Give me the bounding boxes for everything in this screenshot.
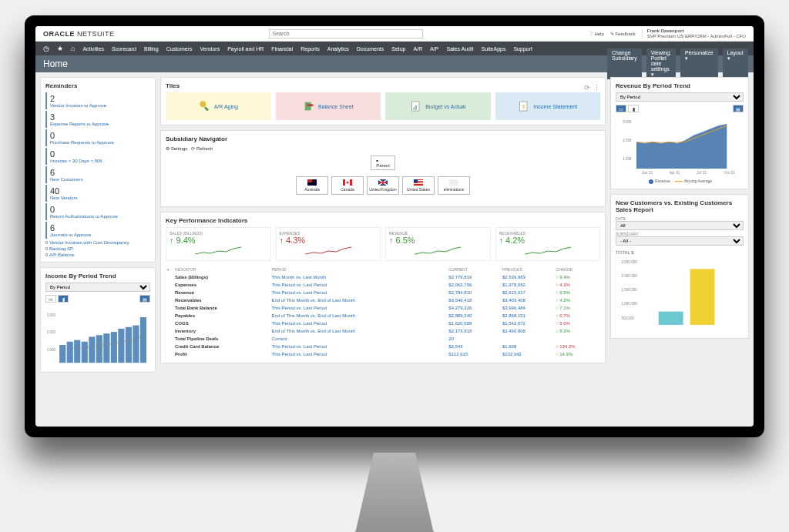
kpi-row[interactable]: InventoryEnd of This Month vs. End of La… [166, 327, 600, 335]
star-icon[interactable]: ★ [57, 45, 63, 52]
refresh-link[interactable]: ⟳ Refresh [191, 146, 213, 151]
reminder-item[interactable]: 6New Customers [45, 166, 150, 183]
nav-payroll-hr[interactable]: Payroll and HR [227, 46, 264, 52]
chart-type-area[interactable]: ▭ [616, 105, 626, 112]
kpi-row[interactable]: ExpensesThis Period vs. Last Period$2,06… [166, 281, 600, 289]
subsidiary-node[interactable]: Canada [331, 176, 364, 195]
chart-type-bar[interactable]: ▮ [58, 295, 69, 303]
subsidiary-node[interactable]: United Kingdom [367, 176, 399, 195]
chart-legend-toggle[interactable]: ▤ [733, 105, 744, 112]
feedback-link[interactable]: ✎ Feedback [610, 31, 636, 36]
clock-icon[interactable]: ◷ [43, 45, 49, 52]
nav-ar[interactable]: A/R [414, 46, 423, 52]
svg-point-28 [347, 182, 349, 184]
nav-setup[interactable]: Setup [391, 46, 405, 52]
subsidiary-node[interactable]: Australia [296, 176, 328, 195]
nav-analytics[interactable]: Analytics [327, 46, 349, 52]
kpi-summary-card: EXPENSES↑ 4.3% [276, 227, 381, 261]
svg-rect-9 [103, 333, 109, 363]
date-filter-select[interactable]: All [616, 221, 744, 230]
income-chart-type-toggle: ▭ ▮ ▤ [45, 295, 150, 303]
nav-scorecard[interactable]: Scorecard [112, 46, 136, 52]
subsidiary-node[interactable]: United States [402, 176, 435, 195]
kpi-summary-card: RECEIVABLES↑ 4.2% [495, 227, 601, 261]
nav-sales-audit[interactable]: Sales Audit [446, 46, 473, 52]
chart-type-area[interactable]: ▭ [45, 295, 56, 303]
svg-text:1,000,000: 1,000,000 [622, 302, 638, 306]
kpi-row[interactable]: RevenueThis Period vs. Last Period$2,784… [166, 289, 600, 296]
global-search-input[interactable] [269, 29, 423, 38]
svg-point-15 [200, 101, 206, 107]
income-trend-period-select[interactable]: By Period [45, 283, 150, 292]
reminder-link[interactable]: 0 Vendor Invoices with Cost Discrepancy [45, 240, 150, 245]
kpi-row[interactable]: PayablesEnd of This Month vs. End of Las… [166, 312, 600, 320]
revenue-legend: Revenue Moving Average [616, 179, 744, 184]
svg-text:2,500,000: 2,500,000 [622, 260, 638, 264]
subsidiary-node[interactable]: eliminations [438, 176, 470, 195]
reminder-item[interactable]: 40New Vendors [45, 185, 150, 202]
nav-reports[interactable]: Reports [300, 46, 320, 52]
reminder-item[interactable]: 0Invoices > 30 Days > 50K [45, 148, 150, 165]
nav-activities[interactable]: Activities [82, 46, 104, 52]
nav-financial[interactable]: Financial [271, 46, 293, 52]
parent-subsidiary-node[interactable]: ▾Parent [371, 156, 395, 170]
kpi-row[interactable]: ProfitThis Period vs. Last Period$112,61… [166, 350, 600, 358]
svg-rect-4 [67, 342, 73, 363]
user-menu[interactable]: Frank Davenport SVP Premium US ERP/CRM -… [642, 28, 746, 38]
kpi-row[interactable]: Total Pipeline DealsCurrent20 [166, 335, 600, 343]
chart-type-bar[interactable]: ▮ [628, 105, 639, 112]
reminder-link[interactable]: 0 Backlog SP [45, 246, 150, 251]
svg-rect-13 [133, 326, 139, 363]
subsidiary-filter-select[interactable]: - All - [616, 236, 744, 246]
svg-rect-7 [89, 336, 95, 363]
tile-income-statement[interactable]: $Income Statement [495, 92, 601, 120]
reminder-item[interactable]: 3Expense Reports to Approve [45, 111, 150, 128]
kpi-table: ▾INDICATORPERIODCURRENTPREVIOUSCHANGE Sa… [166, 266, 600, 358]
nav-customers[interactable]: Customers [166, 46, 193, 52]
nav-suiteapps[interactable]: SuiteApps [482, 46, 506, 52]
svg-rect-26 [343, 179, 345, 186]
reminder-item[interactable]: 2Vendor Invoices to Approve [45, 92, 150, 109]
kpi-row[interactable]: ReceivablesEnd of This Month vs. End of … [166, 296, 600, 304]
refresh-icon[interactable]: ⟳ [584, 84, 590, 92]
tile-balance-sheet[interactable]: Balance Sheet [276, 92, 381, 120]
nav-support[interactable]: Support [513, 46, 532, 52]
help-link[interactable]: ❔ Help [588, 31, 604, 36]
nav-documents[interactable]: Documents [357, 46, 384, 52]
revenue-trend-period-select[interactable]: By Period [616, 92, 744, 102]
kpi-row[interactable]: Credit Card BalanceThis Period vs. Last … [166, 343, 600, 350]
reminder-link[interactable]: 0 A/P Balance [45, 253, 150, 257]
nav-vendors[interactable]: Vendors [200, 46, 220, 52]
revenue-trend-portlet: Revenue By Period Trend By Period ▭ ▮ ▤ … [610, 77, 749, 189]
tile-ar-aging[interactable]: A/R Aging [166, 92, 271, 120]
revenue-chart-type-toggle: ▭ ▮ ▤ [616, 105, 744, 112]
reminder-item[interactable]: 0Purchase Requests to Approve [45, 129, 150, 146]
kpi-row[interactable]: Total Bank BalanceThis Period vs. Last P… [166, 304, 600, 312]
reminder-item[interactable]: 6Journals to Approve [45, 222, 150, 239]
svg-rect-17 [307, 104, 313, 106]
kpi-row[interactable]: Sales (Billings)This Month vs. Last Mont… [166, 273, 600, 281]
svg-rect-14 [140, 317, 146, 363]
svg-text:1,500,000: 1,500,000 [622, 288, 638, 292]
svg-rect-12 [126, 327, 132, 363]
svg-text:3,000: 3,000 [47, 313, 56, 317]
kpi-row[interactable]: COGSThis Period vs. Last Period$1,620,50… [166, 320, 600, 327]
menu-icon[interactable]: ⋮ [593, 84, 600, 92]
home-icon[interactable]: ⌂ [71, 45, 75, 52]
nav-ap[interactable]: A/P [430, 46, 438, 52]
svg-text:3,000: 3,000 [623, 120, 632, 124]
svg-text:Oct '21: Oct '21 [724, 171, 735, 175]
kpi-title: Key Performance Indicators [166, 217, 600, 224]
tile-budget-vs-actual[interactable]: Budget vs Actual [385, 92, 491, 120]
settings-link[interactable]: ⚙ Settings [166, 146, 187, 151]
page-title: Home [43, 59, 68, 69]
reminders-portlet: Reminders 2Vendor Invoices to Approve3Ex… [40, 77, 156, 263]
svg-rect-11 [118, 329, 124, 363]
svg-rect-24 [307, 179, 312, 182]
nav-billing[interactable]: Billing [144, 46, 159, 52]
chart-legend-toggle[interactable]: ▤ [139, 295, 150, 303]
income-trend-chart: 3,0002,0001,000 [45, 304, 150, 366]
svg-text:Jan '21: Jan '21 [642, 171, 653, 175]
reminder-item[interactable]: 0Return Authorizations to Approve [45, 203, 150, 220]
svg-rect-8 [96, 335, 102, 363]
